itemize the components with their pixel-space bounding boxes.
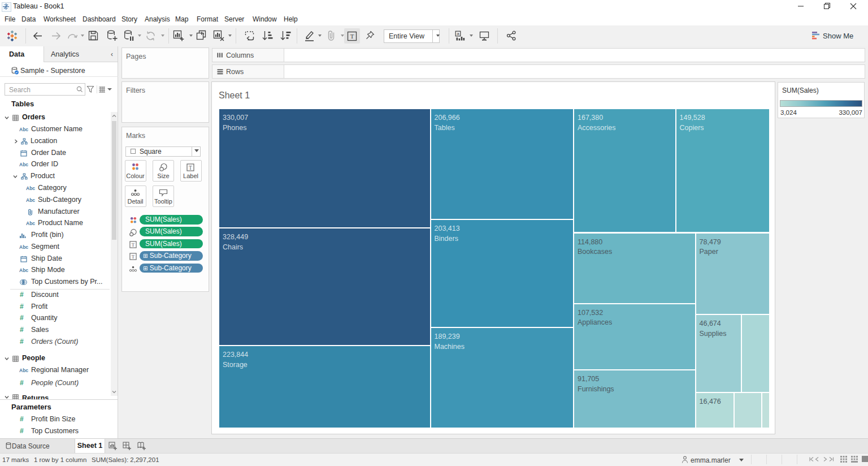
svg-text:T: T [132,254,135,260]
svg-text:T: T [132,242,135,248]
svg-text:T: T [189,165,192,171]
svg-text:a: a [457,31,459,36]
svg-text:T: T [350,33,354,40]
